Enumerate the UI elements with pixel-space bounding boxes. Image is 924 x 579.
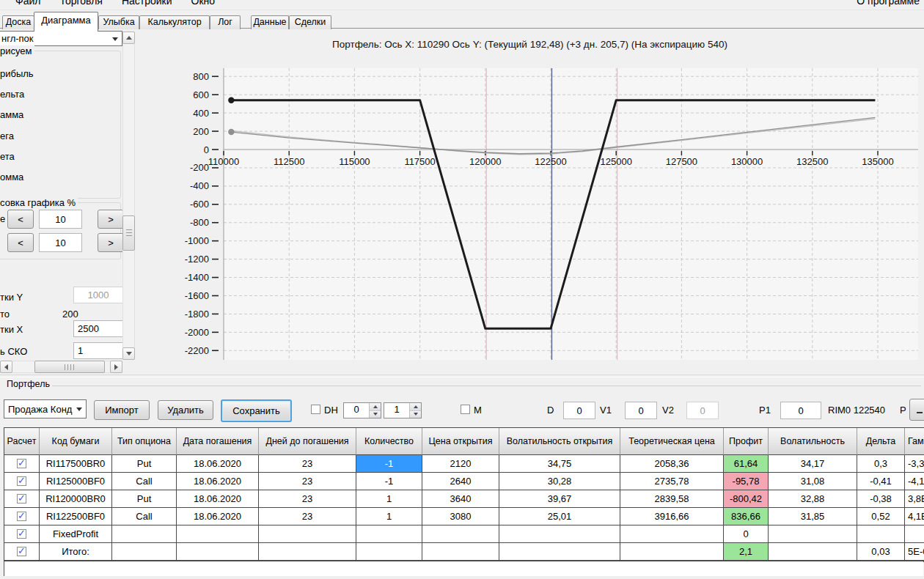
param-p1-input[interactable]: 0 [780, 402, 821, 419]
cell-code[interactable]: FixedProfit [40, 525, 112, 543]
header-cell-code[interactable]: Код бумаги [40, 428, 112, 455]
draw-option-4[interactable]: ета [0, 151, 17, 162]
cell-type[interactable] [112, 543, 177, 561]
cell-gamma[interactable]: 5E-0 [905, 543, 924, 561]
cell-gamma[interactable]: 4,1E- [905, 508, 924, 525]
cell-delta[interactable]: 0,03 [857, 543, 905, 561]
draw-option-3[interactable]: ега [0, 130, 16, 141]
spinner-arrows[interactable] [409, 403, 421, 418]
cell-theo_price[interactable]: 2058,36 [620, 455, 724, 473]
cell-qty[interactable] [356, 543, 422, 561]
cell-code[interactable]: RI125000BF0 [40, 473, 112, 490]
menu-item-2[interactable]: Настройки [112, 0, 182, 7]
tab-dannye[interactable]: Данные [251, 15, 289, 29]
strategy-dropdown[interactable]: Продажа Конд [4, 399, 87, 418]
cell-profit[interactable]: 0 [724, 525, 769, 543]
cell-profit[interactable]: -95,78 [724, 473, 769, 490]
cell-type[interactable] [112, 525, 177, 543]
tab-diagramma[interactable]: Диаграмма [34, 12, 98, 32]
partial-button[interactable] [909, 399, 924, 421]
scale-y-dec-button[interactable]: < [7, 233, 34, 252]
cell-days[interactable]: 23 [259, 508, 356, 525]
row-checkbox[interactable] [17, 476, 26, 486]
cell-type[interactable]: Call [112, 508, 177, 525]
cell-check[interactable] [4, 543, 40, 561]
cell-type[interactable]: Call [112, 473, 177, 490]
header-cell-qty[interactable]: Количество [356, 428, 422, 455]
cell-check[interactable] [4, 490, 40, 508]
header-cell-gamma[interactable]: Гамма [905, 428, 924, 455]
cell-open_price[interactable] [422, 543, 499, 561]
cell-profit[interactable]: 61,64 [724, 455, 769, 473]
cell-profit[interactable]: 2,1 [724, 543, 769, 561]
cell-open_vol[interactable]: 34,75 [499, 455, 620, 473]
cell-delta[interactable]: 0,3 [857, 455, 905, 473]
import-button[interactable]: Импорт [94, 400, 150, 420]
scale-y-inc-button[interactable]: > [98, 233, 124, 252]
cell-vol[interactable] [769, 525, 857, 543]
cell-code[interactable]: RI117500BR0 [40, 455, 112, 473]
header-cell-theo_price[interactable]: Теоретическая цена [620, 428, 724, 455]
cell-date[interactable] [177, 525, 259, 543]
hscroll-thumb[interactable] [34, 361, 105, 373]
header-cell-check[interactable]: Расчет [4, 428, 40, 455]
cell-days[interactable]: 23 [259, 473, 356, 490]
cell-delta[interactable] [857, 525, 905, 543]
header-cell-profit[interactable]: Профит [724, 428, 769, 455]
scroll-down-button[interactable] [122, 347, 135, 360]
scale-y-value[interactable]: 10 [39, 233, 82, 252]
cell-theo_price[interactable] [620, 543, 724, 561]
cell-delta[interactable]: -0,38 [857, 490, 905, 508]
cell-gamma[interactable]: -3,3E [905, 455, 924, 473]
cell-qty[interactable]: 1 [356, 508, 422, 525]
cell-qty[interactable]: 1 [356, 490, 422, 508]
cell-check[interactable] [4, 455, 40, 473]
draw-option-0[interactable]: рибыль [0, 68, 36, 79]
header-cell-vol[interactable]: Волатильность [769, 428, 857, 455]
menu-item-3[interactable]: Окно [182, 0, 225, 7]
cell-qty[interactable] [356, 525, 422, 543]
cell-vol[interactable] [769, 543, 857, 561]
cell-theo_price[interactable]: 2735,78 [620, 473, 724, 490]
cell-profit[interactable]: 836,66 [724, 508, 769, 525]
cell-open_vol[interactable]: 39,67 [499, 490, 620, 508]
header-cell-delta[interactable]: Дельта [857, 428, 905, 455]
cell-qty[interactable]: -1 [356, 455, 422, 473]
cell-delta[interactable]: -0,41 [857, 473, 905, 490]
cell-type[interactable]: Put [112, 490, 177, 508]
cell-date[interactable]: 18.06.2020 [177, 490, 259, 508]
cell-open_vol[interactable]: 30,28 [499, 473, 620, 490]
row-checkbox[interactable] [17, 494, 26, 504]
cell-profit[interactable]: -800,42 [724, 490, 769, 508]
cell-date[interactable] [177, 543, 259, 561]
dh-checkbox[interactable] [311, 405, 320, 414]
qty-spinner-2[interactable]: 1 [384, 402, 422, 418]
cell-check[interactable] [4, 525, 40, 543]
cell-theo_price[interactable]: 3916,66 [620, 508, 724, 525]
cell-vol[interactable]: 32,88 [769, 490, 857, 508]
header-cell-type[interactable]: Тип опциона [112, 428, 177, 455]
cell-open_vol[interactable]: 25,01 [499, 508, 620, 525]
cell-gamma[interactable]: -4,1E [905, 473, 924, 490]
cell-days[interactable]: 23 [259, 490, 356, 508]
cell-check[interactable] [4, 473, 40, 490]
cell-open_vol[interactable] [499, 543, 620, 561]
tab-sdelki[interactable]: Сделки [289, 15, 331, 29]
cell-vol[interactable]: 31,85 [769, 508, 857, 525]
param-v1-input[interactable]: 0 [625, 402, 657, 419]
qty-spinner-1[interactable]: 0 [343, 402, 381, 418]
row-checkbox[interactable] [17, 547, 26, 556]
cell-check[interactable] [4, 508, 40, 525]
y-ticks-input[interactable]: 1000 [73, 287, 123, 303]
cell-delta[interactable]: 0,52 [857, 508, 905, 525]
cell-days[interactable] [259, 525, 356, 543]
tab-ulybka[interactable]: Улыбка [98, 15, 139, 29]
vscroll-thumb[interactable] [122, 215, 135, 251]
param-v2-input[interactable]: 0 [686, 402, 719, 419]
tab-kalkulyator[interactable]: Калькулятор [139, 15, 210, 29]
draw-option-1[interactable]: ельта [0, 89, 26, 100]
cell-type[interactable]: Put [112, 455, 177, 473]
header-cell-open_price[interactable]: Цена открытия [422, 428, 499, 455]
sko-input[interactable]: 1 [73, 342, 127, 359]
row-checkbox[interactable] [17, 512, 26, 521]
